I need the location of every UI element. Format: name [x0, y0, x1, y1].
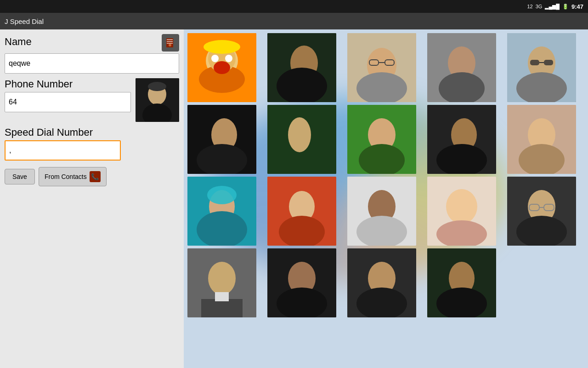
speed-dial-section: Speed Dial Number — [5, 126, 179, 161]
name-label: Name — [5, 36, 32, 48]
wifi-icon: ▂▄▆█ — [545, 4, 560, 10]
svg-rect-33 — [530, 60, 539, 65]
right-panel — [184, 29, 588, 368]
phone-section: Phone Number — [5, 78, 179, 122]
svg-rect-2 — [167, 41, 173, 42]
photo-cell-12[interactable] — [267, 177, 336, 246]
svg-rect-1 — [167, 39, 173, 40]
svg-point-17 — [225, 55, 232, 62]
contact-book-icon[interactable] — [162, 34, 179, 52]
contact-photo — [136, 78, 179, 122]
photo-cell-3[interactable] — [347, 33, 416, 102]
app-title: J Speed Dial — [5, 17, 44, 25]
photo-cell-10[interactable] — [507, 105, 576, 174]
title-bar: J Speed Dial — [0, 13, 588, 29]
photo-cell-6[interactable] — [187, 105, 256, 174]
svg-point-9 — [148, 82, 166, 91]
save-button[interactable]: Save — [5, 169, 35, 184]
photo-cell-18[interactable] — [347, 248, 416, 317]
speed-dial-label: Speed Dial Number — [5, 126, 179, 138]
svg-point-15 — [214, 61, 230, 74]
photo-cell-7[interactable] — [267, 105, 336, 174]
photo-grid — [187, 33, 584, 317]
battery-icon: 🔋 — [562, 4, 569, 10]
photo-cell-1[interactable] — [187, 33, 256, 102]
clock: 9:47 — [571, 3, 583, 10]
from-contacts-label: From Contacts — [45, 173, 87, 180]
photo-cell-4[interactable] — [427, 33, 496, 102]
button-row: Save From Contacts 📞 — [5, 167, 179, 186]
status-bar: 12 3G ▂▄▆█ 🔋 9:47 — [0, 0, 588, 13]
svg-point-40 — [288, 117, 311, 152]
phone-input[interactable] — [5, 92, 131, 112]
svg-rect-71 — [201, 299, 243, 317]
photo-cell-17[interactable] — [267, 248, 336, 317]
from-contacts-button[interactable]: From Contacts 📞 — [39, 167, 107, 186]
svg-rect-72 — [215, 292, 229, 301]
svg-point-4 — [169, 44, 171, 46]
main-content: Name Phone Number — [0, 29, 588, 368]
phone-book-icon: 📞 — [90, 171, 101, 182]
svg-point-70 — [208, 262, 236, 295]
photo-cell-5[interactable] — [507, 33, 576, 102]
speed-dial-input[interactable] — [5, 140, 121, 161]
svg-point-16 — [211, 55, 219, 62]
svg-point-14 — [204, 40, 240, 54]
name-input[interactable] — [5, 53, 179, 74]
svg-point-61 — [446, 189, 477, 224]
photo-cell-2[interactable] — [267, 33, 336, 102]
network-type-icon: 3G — [536, 4, 543, 9]
phone-label: Phone Number — [5, 78, 131, 90]
photo-cell-19[interactable] — [427, 248, 496, 317]
svg-rect-3 — [167, 43, 173, 44]
name-row: Name — [5, 34, 179, 52]
contact-preview-image — [136, 78, 179, 122]
photo-cell-13[interactable] — [347, 177, 416, 246]
photo-cell-9[interactable] — [427, 105, 496, 174]
photo-cell-8[interactable] — [347, 105, 416, 174]
signal-strength-icon: 12 — [527, 4, 532, 9]
photo-cell-16[interactable] — [187, 248, 256, 317]
phone-input-area: Phone Number — [5, 78, 131, 117]
photo-cell-11[interactable] — [187, 177, 256, 246]
svg-point-53 — [207, 186, 237, 204]
svg-rect-34 — [544, 60, 553, 65]
photo-cell-15[interactable] — [507, 177, 576, 246]
left-panel: Name Phone Number — [0, 29, 184, 368]
photo-cell-14[interactable] — [427, 177, 496, 246]
